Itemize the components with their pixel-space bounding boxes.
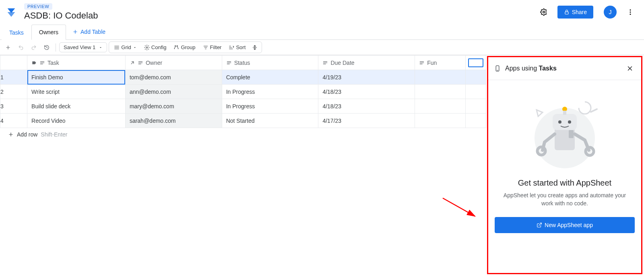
cell-status[interactable]: In Progress xyxy=(222,85,318,99)
svg-point-3 xyxy=(630,12,631,13)
share-button[interactable]: Share xyxy=(557,6,593,19)
svg-point-14 xyxy=(558,120,561,124)
cell-task[interactable]: Build slide deck xyxy=(27,99,126,114)
cell-empty xyxy=(466,70,486,85)
add-column-button[interactable] xyxy=(466,56,486,70)
undo-icon xyxy=(18,45,24,50)
table-row[interactable]: 4Record Videosarah@demo.comNot Started4/… xyxy=(0,114,486,128)
open-external-icon xyxy=(537,222,542,228)
cell-fun[interactable] xyxy=(415,70,466,85)
user-avatar[interactable]: J xyxy=(604,6,617,19)
cell-status[interactable]: In Progress xyxy=(222,99,318,114)
table-area: Task Owner Status xyxy=(0,55,486,276)
cell-status[interactable]: Not Started xyxy=(222,114,318,128)
cell-task[interactable]: Write script xyxy=(27,85,126,99)
cell-fun[interactable] xyxy=(415,99,466,114)
robot-illustration-icon xyxy=(524,90,605,170)
label-icon xyxy=(31,60,37,66)
group-icon xyxy=(173,45,179,50)
panel-body: Get started with AppSheet AppSheet let y… xyxy=(488,80,641,273)
column-header-owner[interactable]: Owner xyxy=(125,56,222,70)
add-table-button[interactable]: Add Table xyxy=(66,25,112,39)
text-icon xyxy=(39,60,45,66)
cell-due-date[interactable]: 4/18/23 xyxy=(318,99,415,114)
cell-owner[interactable]: sarah@demo.com xyxy=(125,114,222,128)
title-block: PREVIEW ASDB: IO Codelab xyxy=(24,3,98,21)
svg-line-8 xyxy=(443,198,475,216)
add-button[interactable] xyxy=(2,42,14,53)
text-icon xyxy=(138,60,143,66)
close-icon xyxy=(626,65,634,72)
cell-due-date[interactable]: 4/17/23 xyxy=(318,114,415,128)
svg-rect-1 xyxy=(565,12,568,14)
add-row-button[interactable]: Add row Shift-Enter xyxy=(0,128,486,141)
svg-point-7 xyxy=(177,45,178,46)
cell-owner[interactable]: tom@demo.com xyxy=(125,70,222,85)
cell-due-date[interactable]: 4/18/23 xyxy=(318,85,415,99)
column-header-fun[interactable]: Fun xyxy=(415,56,466,70)
undo-button[interactable] xyxy=(15,42,27,53)
cell-due-date[interactable]: 4/19/23 xyxy=(318,70,415,85)
more-menu-button[interactable] xyxy=(623,5,638,19)
panel-title: Apps using Tasks xyxy=(505,65,557,72)
chevron-down-icon xyxy=(99,45,103,50)
new-appsheet-app-button[interactable]: New AppSheet app xyxy=(495,217,635,233)
row-number[interactable]: 2 xyxy=(0,85,27,99)
tab-owners[interactable]: Owners xyxy=(31,25,66,40)
filter-icon xyxy=(203,45,208,50)
row-number-header xyxy=(0,56,27,70)
svg-rect-20 xyxy=(569,130,574,138)
svg-point-2 xyxy=(630,9,631,10)
text-icon xyxy=(226,60,232,66)
svg-point-5 xyxy=(146,47,148,48)
share-button-label: Share xyxy=(572,9,587,15)
cell-owner[interactable]: mary@demo.com xyxy=(125,99,222,114)
table-row[interactable]: 2Write scriptann@demo.comIn Progress4/18… xyxy=(0,85,486,99)
tab-tasks[interactable]: Tasks xyxy=(2,25,31,40)
preview-badge: PREVIEW xyxy=(24,3,52,10)
column-header-due-date[interactable]: Due Date xyxy=(318,56,415,70)
settings-button[interactable] xyxy=(537,5,551,19)
row-number[interactable]: 4 xyxy=(0,114,27,128)
config-button[interactable]: Config xyxy=(141,43,170,52)
text-icon xyxy=(322,60,328,66)
row-height-icon xyxy=(252,45,258,50)
cell-task[interactable]: Finish Demo xyxy=(27,70,126,85)
close-panel-button[interactable] xyxy=(624,63,636,74)
gear-icon xyxy=(144,45,150,50)
panel-description: AppSheet let you create apps and automat… xyxy=(500,192,629,207)
saved-view-dropdown[interactable]: Saved View 1 xyxy=(59,42,107,52)
table-toolbar: Saved View 1 Grid Config Group Filter So… xyxy=(0,40,644,55)
cell-fun[interactable] xyxy=(415,114,466,128)
cell-owner[interactable]: ann@demo.com xyxy=(125,85,222,99)
grid-view-button[interactable]: Grid xyxy=(111,43,140,52)
history-icon xyxy=(44,45,50,50)
appsheet-logo-icon xyxy=(5,6,18,19)
svg-point-0 xyxy=(543,11,545,13)
apps-side-panel: Apps using Tasks xyxy=(487,56,642,274)
row-number[interactable]: 1 xyxy=(0,70,27,85)
cell-fun[interactable] xyxy=(415,85,466,99)
row-number[interactable]: 3 xyxy=(0,99,27,114)
cell-task[interactable]: Record Video xyxy=(27,114,126,128)
sort-button[interactable]: Sort xyxy=(225,43,249,52)
group-button[interactable]: Group xyxy=(170,43,198,52)
filter-button[interactable]: Filter xyxy=(200,43,225,52)
page-title[interactable]: ASDB: IO Codelab xyxy=(24,10,98,21)
redo-button[interactable] xyxy=(28,42,39,53)
redo-icon xyxy=(31,45,37,50)
lock-icon xyxy=(564,9,570,15)
history-button[interactable] xyxy=(41,42,52,53)
column-header-task[interactable]: Task xyxy=(27,56,126,70)
svg-point-6 xyxy=(175,45,176,46)
text-icon xyxy=(419,60,425,66)
table-row[interactable]: 3Build slide deckmary@demo.comIn Progres… xyxy=(0,99,486,114)
table-row[interactable]: 1Finish Demotom@demo.comComplete4/19/23 xyxy=(0,70,486,85)
panel-header: Apps using Tasks xyxy=(488,57,641,80)
plus-icon xyxy=(5,45,11,50)
row-height-button[interactable] xyxy=(250,43,260,52)
svg-point-4 xyxy=(630,14,631,15)
column-header-status[interactable]: Status xyxy=(222,56,318,70)
cell-empty xyxy=(466,114,486,128)
cell-status[interactable]: Complete xyxy=(222,70,318,85)
